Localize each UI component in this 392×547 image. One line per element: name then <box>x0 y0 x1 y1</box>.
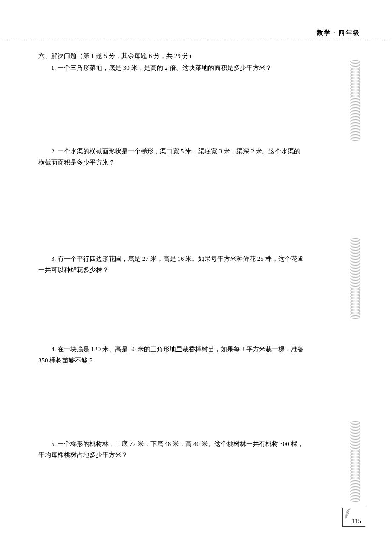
page-number: 115 <box>352 518 361 525</box>
spiral-binding-1 <box>350 60 361 140</box>
problem-2: 2. 一个水渠的横截面形状是一个梯形，渠口宽 5 米，渠底宽 3 米，渠深 2 … <box>38 146 311 168</box>
problem-4: 4. 在一块底是 120 米、高是 50 米的三角形地里栽香樟树苗，如果每 8 … <box>38 344 311 366</box>
problem-5-line2: 平均每棵桃树占地多少平方米？ <box>38 449 311 460</box>
spiral-binding-2 <box>350 238 361 318</box>
problem-3-line2: 一共可以种鲜花多少株？ <box>38 264 311 275</box>
spiral-binding-3 <box>350 421 361 501</box>
header-subject-grade: 数学 · 四年级 <box>317 29 360 37</box>
problem-1: 1. 一个三角形菜地，底是 30 米，是高的 2 倍。这块菜地的面积是多少平方米… <box>38 62 311 73</box>
section-title: 六、解决问题（第 1 题 5 分，其余每题 6 分，共 29 分） <box>38 50 311 61</box>
problem-4-line2: 350 棵树苗够不够？ <box>38 355 311 366</box>
problem-4-line1: 4. 在一块底是 120 米、高是 50 米的三角形地里栽香樟树苗，如果每 8 … <box>38 344 311 355</box>
header-divider <box>0 40 392 40</box>
content-area: 六、解决问题（第 1 题 5 分，其余每题 6 分，共 29 分） 1. 一个三… <box>38 50 311 460</box>
page-number-box: 115 <box>342 508 365 527</box>
problem-5-line1: 5. 一个梯形的桃树林，上底 72 米，下底 48 米，高 40 米。这个桃树林… <box>38 438 311 449</box>
problem-1-line1: 1. 一个三角形菜地，底是 30 米，是高的 2 倍。这块菜地的面积是多少平方米… <box>38 62 311 73</box>
problem-2-line1: 2. 一个水渠的横截面形状是一个梯形，渠口宽 5 米，渠底宽 3 米，渠深 2 … <box>38 146 311 157</box>
problem-5: 5. 一个梯形的桃树林，上底 72 米，下底 48 米，高 40 米。这个桃树林… <box>38 438 311 460</box>
problem-3: 3. 有一个平行四边形花圃，底是 27 米，高是 16 米。如果每平方米种鲜花 … <box>38 253 311 275</box>
problem-3-line1: 3. 有一个平行四边形花圃，底是 27 米，高是 16 米。如果每平方米种鲜花 … <box>38 253 311 264</box>
problem-2-line2: 横截面面积是多少平方米？ <box>38 157 311 168</box>
